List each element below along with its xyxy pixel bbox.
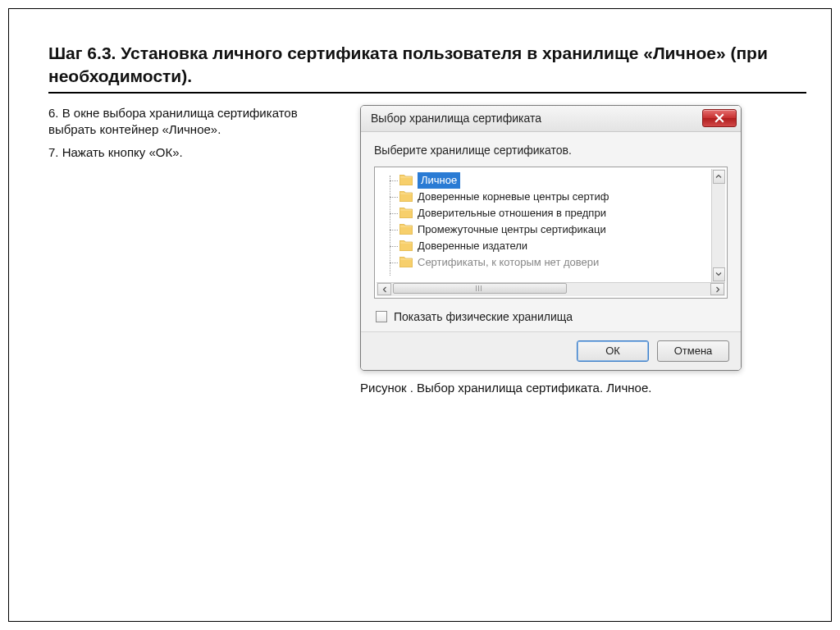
scroll-up-button[interactable]	[713, 170, 725, 184]
show-physical-stores-row[interactable]: Показать физические хранилища	[376, 310, 726, 323]
page-heading: Шаг 6.3. Установка личного сертификата п…	[48, 42, 806, 94]
instruction-item-6: 6. В окне выбора хранилища сертификатов …	[48, 105, 311, 139]
folder-icon	[399, 224, 413, 235]
scroll-left-button[interactable]	[377, 283, 391, 295]
scroll-right-button[interactable]	[710, 283, 724, 295]
close-button[interactable]	[702, 109, 737, 127]
close-icon	[714, 113, 724, 123]
tree-item[interactable]: Личное	[385, 172, 711, 189]
tree-item[interactable]: Доверительные отношения в предпри	[385, 205, 711, 221]
dialog-title: Выбор хранилища сертификата	[371, 112, 541, 125]
horizontal-scroll-track[interactable]	[393, 283, 709, 295]
chevron-right-icon	[714, 286, 721, 293]
folder-icon	[399, 175, 413, 185]
folder-icon	[399, 191, 413, 202]
vertical-scrollbar[interactable]	[711, 169, 725, 282]
chevron-down-icon	[715, 271, 722, 277]
instruction-list: 6. В окне выбора хранилища сертификатов …	[48, 105, 311, 395]
tree-item-label: Доверенные издатели	[418, 238, 527, 254]
horizontal-scrollbar[interactable]	[377, 282, 725, 296]
tree-item[interactable]: Доверенные корневые центры сертиф	[385, 189, 711, 205]
horizontal-scroll-thumb[interactable]	[393, 283, 567, 294]
tree-item[interactable]: Промежуточные центры сертификаци	[385, 221, 711, 238]
ok-button[interactable]: ОК	[577, 340, 649, 362]
folder-icon	[399, 257, 413, 267]
tree-item-label: Промежуточные центры сертификаци	[418, 221, 606, 238]
tree-item[interactable]: Сертификаты, к которым нет довери	[385, 254, 711, 271]
tree-item-label: Доверительные отношения в предпри	[418, 205, 606, 221]
instruction-item-7: 7. Нажать кнопку «ОК».	[48, 144, 311, 161]
dialog-prompt: Выберите хранилище сертификатов.	[374, 144, 728, 157]
tree-item-label: Личное	[418, 172, 460, 189]
chevron-up-icon	[715, 173, 722, 180]
vertical-scroll-track[interactable]	[713, 185, 725, 267]
chevron-left-icon	[381, 286, 388, 293]
tree-item[interactable]: Доверенные издатели	[385, 238, 711, 254]
cancel-button[interactable]: Отмена	[657, 340, 729, 362]
figure-caption: Рисунок . Выбор хранилища сертификата. Л…	[360, 381, 806, 395]
tree-item-label: Доверенные корневые центры сертиф	[418, 189, 609, 205]
dialog-button-bar: ОК Отмена	[361, 331, 741, 370]
folder-icon	[399, 208, 413, 218]
certificate-store-tree[interactable]: ЛичноеДоверенные корневые центры сертифД…	[377, 169, 711, 282]
scroll-down-button[interactable]	[713, 267, 725, 281]
folder-icon	[399, 240, 413, 251]
dialog-titlebar[interactable]: Выбор хранилища сертификата	[361, 106, 741, 132]
show-physical-stores-label: Показать физические хранилища	[394, 310, 573, 323]
certificate-store-dialog: Выбор хранилища сертификата Выберите хра…	[360, 105, 742, 371]
tree-item-label: Сертификаты, к которым нет довери	[418, 254, 599, 271]
show-physical-stores-checkbox[interactable]	[376, 311, 387, 322]
tree-panel: ЛичноеДоверенные корневые центры сертифД…	[374, 167, 728, 299]
